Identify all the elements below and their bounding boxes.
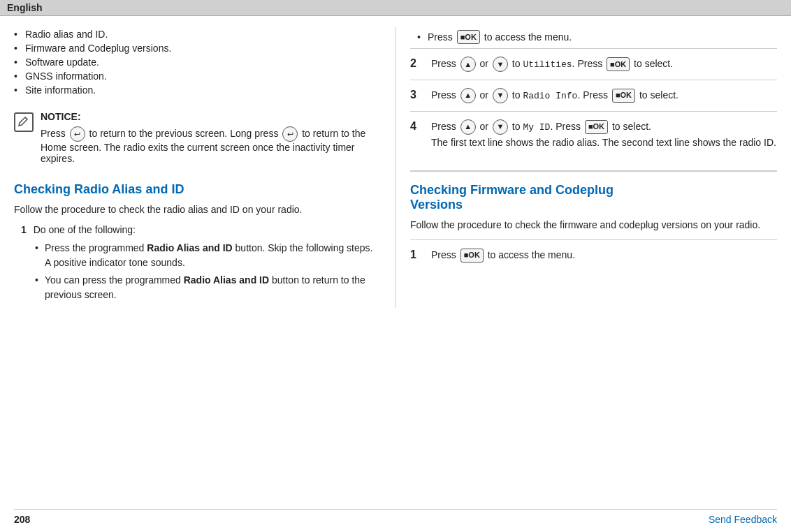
bold-radio-alias-id: Radio Alias and ID <box>147 242 232 253</box>
step-4: 4 Press ▲ or ▼ to My ID. Press ■OK to se… <box>410 111 777 158</box>
step-1: 1 Do one of the following: Press the pro… <box>21 224 375 304</box>
step-3-num: 3 <box>410 87 424 104</box>
step-4-extra: The first text line shows the radio alia… <box>431 137 776 148</box>
sub-bullet-1: Press the programmed Radio Alias and ID … <box>35 239 375 272</box>
ok-button-icon-4: ■OK <box>585 120 608 134</box>
notice-box: NOTICE: Press ↩ to return to the previou… <box>14 107 375 168</box>
section2-para: Follow the procedure to check the firmwa… <box>410 218 777 232</box>
right-column: • Press ■OK to access the menu. 2 Press … <box>396 27 777 308</box>
down-arrow-icon-2: ▼ <box>493 57 508 72</box>
bullet-item-4: GNSS information. <box>14 69 375 83</box>
notice-content: NOTICE: Press ↩ to return to the previou… <box>41 111 375 164</box>
header-bar: English <box>0 0 791 16</box>
fw-step-1-content: Press ■OK to access the menu. <box>431 247 777 263</box>
section1-para: Follow the procedure to check the radio … <box>14 202 375 217</box>
send-feedback-link[interactable]: Send Feedback <box>709 514 777 525</box>
back-btn-icon: ↩ <box>70 126 85 142</box>
step-1-sub-bullets: Press the programmed Radio Alias and ID … <box>35 239 375 304</box>
sub-bullet-2: You can press the programmed Radio Alias… <box>35 272 375 304</box>
ok-button-icon-fw1: ■OK <box>460 249 484 263</box>
press-label-1: Press <box>428 31 453 43</box>
radio-info-label: Radio Info <box>523 91 577 101</box>
to-access-menu-1: to access the menu. <box>484 31 572 43</box>
bullet-item-3: Software update. <box>14 55 375 69</box>
utilities-label: Utilities <box>523 59 572 70</box>
notice-title: NOTICE: <box>41 111 375 122</box>
page-number: 208 <box>14 514 30 525</box>
ok-button-icon-3: ■OK <box>612 89 635 103</box>
up-arrow-icon-2: ▲ <box>460 57 476 72</box>
fw-to-access-menu: to access the menu. <box>488 249 575 260</box>
step-2-num: 2 <box>410 56 424 73</box>
right-intro-row: • Press ■OK to access the menu. <box>417 27 777 48</box>
step-3-content: Press ▲ or ▼ to Radio Info. Press ■OK to… <box>431 87 777 104</box>
fw-step-1-num: 1 <box>410 247 424 263</box>
bold-radio-alias-id-2: Radio Alias and ID <box>184 274 269 286</box>
language-label: English <box>7 2 43 13</box>
main-content: Radio alias and ID. Firmware and Codeplu… <box>0 16 791 336</box>
section-divider <box>410 170 777 172</box>
ok-button-icon-1: ■OK <box>457 30 480 44</box>
fw-step-1: 1 Press ■OK to access the menu. <box>410 239 777 269</box>
step-2: 2 Press ▲ or ▼ to Utilities. Press ■OK t… <box>410 48 777 80</box>
section2-heading: Checking Firmware and Codeplug Versions <box>410 183 777 212</box>
down-arrow-icon-3: ▼ <box>493 88 508 103</box>
step-4-num: 4 <box>410 119 424 151</box>
step-1-row: 1 Do one of the following: <box>21 224 375 235</box>
notice-icon <box>14 112 34 132</box>
step-2-content: Press ▲ or ▼ to Utilities. Press ■OK to … <box>431 56 777 73</box>
back-btn-icon-2: ↩ <box>282 126 298 142</box>
ok-button-icon-2: ■OK <box>607 57 630 71</box>
bullet-dot: • <box>417 31 421 43</box>
footer: 208 Send Feedback <box>14 509 777 525</box>
up-arrow-icon-3: ▲ <box>460 88 476 103</box>
up-arrow-icon-4: ▲ <box>460 119 476 135</box>
step-1-num: 1 <box>21 224 27 235</box>
bullet-item-2: Firmware and Codeplug versions. <box>14 41 375 55</box>
my-id-label: My ID <box>523 122 550 133</box>
left-column: Radio alias and ID. Firmware and Codeplu… <box>14 27 396 308</box>
section2-heading-line1: Checking Firmware and Codeplug <box>410 183 614 197</box>
intro-bullet-list: Radio alias and ID. Firmware and Codeplu… <box>14 27 375 97</box>
section1-heading: Checking Radio Alias and ID <box>14 182 375 197</box>
down-arrow-icon-4: ▼ <box>493 119 508 135</box>
step-4-content: Press ▲ or ▼ to My ID. Press ■OK to sele… <box>431 119 777 151</box>
bullet-item-1: Radio alias and ID. <box>14 27 375 41</box>
edit-icon <box>17 116 30 128</box>
notice-text: Press ↩ to return to the previous screen… <box>41 126 375 164</box>
step-3: 3 Press ▲ or ▼ to Radio Info. Press ■OK … <box>410 80 777 111</box>
section2-heading-line2: Versions <box>410 198 463 212</box>
bullet-item-5: Site information. <box>14 83 375 97</box>
fw-press-label: Press <box>431 249 456 260</box>
step-1-text: Do one of the following: <box>34 224 136 235</box>
